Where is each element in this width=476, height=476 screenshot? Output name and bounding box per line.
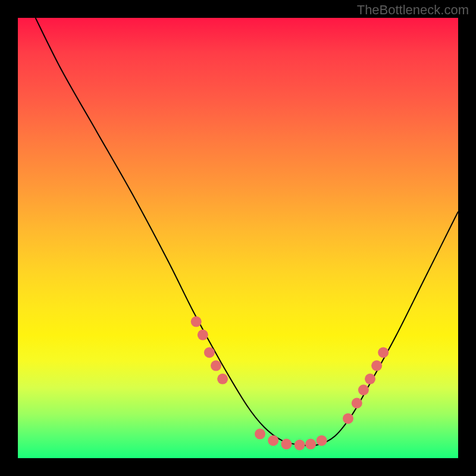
chart-marker-dot xyxy=(281,439,292,449)
chart-marker-dot xyxy=(317,435,327,446)
chart-marker-dot xyxy=(305,439,316,449)
chart-svg xyxy=(18,18,458,458)
chart-marker-dot xyxy=(204,347,215,358)
chart-marker-dot xyxy=(217,374,228,384)
chart-marker-dot xyxy=(191,317,202,327)
chart-marker-dot xyxy=(371,361,382,371)
chart-marker-dot xyxy=(268,435,278,446)
chart-marker-dot xyxy=(295,440,305,450)
chart-marker-dot xyxy=(211,361,221,371)
bottleneck-curve-line xyxy=(36,18,458,446)
chart-marker-dot xyxy=(378,347,389,358)
chart-markers xyxy=(191,317,389,450)
chart-marker-dot xyxy=(198,330,208,340)
chart-marker-dot xyxy=(365,374,375,384)
chart-marker-dot xyxy=(352,398,362,409)
chart-plot-area xyxy=(18,18,458,458)
chart-marker-dot xyxy=(343,413,353,424)
watermark-text: TheBottleneck.com xyxy=(357,2,469,18)
chart-marker-dot xyxy=(358,384,369,395)
chart-marker-dot xyxy=(255,428,265,439)
